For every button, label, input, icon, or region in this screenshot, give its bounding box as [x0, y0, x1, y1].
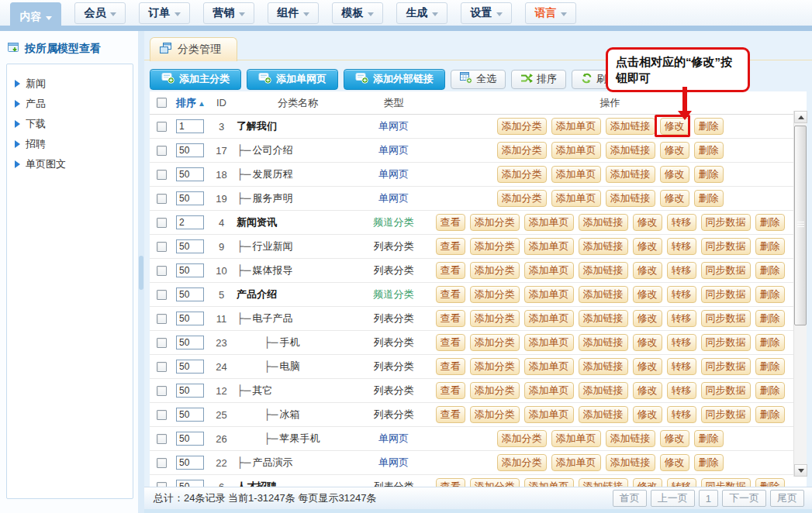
row-action-add-link-button[interactable]: 添加链接 [606, 118, 655, 135]
row-action-add-category-button[interactable]: 添加分类 [470, 286, 520, 303]
row-action-sync-data-button[interactable]: 同步数据 [701, 238, 751, 255]
row-action-add-link-button[interactable]: 添加链接 [579, 310, 628, 327]
row-action-add-link-button[interactable]: 添加链接 [579, 238, 628, 255]
row-action-add-page-button[interactable]: 添加单页 [551, 430, 601, 447]
toolbar-primary-1[interactable]: 添加主分类 [150, 69, 241, 90]
row-action-add-page-button[interactable]: 添加单页 [524, 310, 574, 327]
row-action-edit-button[interactable]: 修改 [660, 166, 689, 183]
row-action-add-page-button[interactable]: 添加单页 [524, 358, 574, 375]
row-action-delete-button[interactable]: 删除 [755, 478, 785, 487]
sidebar-splitter[interactable] [138, 31, 144, 513]
row-action-add-category-button[interactable]: 添加分类 [470, 262, 520, 279]
row-action-add-category-button[interactable]: 添加分类 [470, 214, 520, 231]
row-action-move-button[interactable]: 转移 [667, 214, 696, 231]
row-action-delete-button[interactable]: 删除 [694, 166, 724, 183]
sort-order-input[interactable] [176, 408, 204, 422]
row-action-view-button[interactable]: 查看 [436, 478, 465, 487]
sort-order-input[interactable] [176, 336, 204, 349]
row-action-move-button[interactable]: 转移 [667, 238, 696, 255]
row-checkbox[interactable] [157, 122, 167, 132]
row-action-delete-button[interactable]: 删除 [755, 238, 785, 255]
row-action-add-category-button[interactable]: 添加分类 [470, 238, 520, 255]
row-action-add-category-button[interactable]: 添加分类 [497, 142, 547, 159]
vertical-scrollbar[interactable] [793, 111, 807, 477]
row-action-delete-button[interactable]: 删除 [755, 382, 785, 399]
row-action-edit-button[interactable]: 修改 [633, 358, 662, 375]
toolbar-select-all-button[interactable]: 全选 [451, 70, 506, 89]
row-action-edit-button[interactable]: 修改 [660, 454, 689, 471]
row-action-delete-button[interactable]: 删除 [694, 118, 724, 135]
row-action-edit-button[interactable]: 修改 [633, 406, 662, 423]
row-checkbox[interactable] [157, 434, 167, 444]
row-action-add-link-button[interactable]: 添加链接 [579, 382, 628, 399]
row-action-delete-button[interactable]: 删除 [694, 454, 724, 471]
row-checkbox[interactable] [157, 146, 167, 156]
row-action-edit-button[interactable]: 修改 [633, 478, 662, 487]
sort-order-input[interactable] [176, 480, 204, 487]
row-action-add-page-button[interactable]: 添加单页 [551, 454, 601, 471]
row-action-delete-button[interactable]: 删除 [755, 334, 785, 351]
toolbar-primary-2[interactable]: 添加单网页 [247, 69, 338, 90]
row-action-sync-data-button[interactable]: 同步数据 [701, 382, 751, 399]
row-action-add-link-button[interactable]: 添加链接 [579, 478, 628, 487]
row-action-add-link-button[interactable]: 添加链接 [606, 166, 655, 183]
toolbar-sort-button[interactable]: 排序 [511, 70, 566, 89]
row-action-add-link-button[interactable]: 添加链接 [579, 214, 628, 231]
row-action-delete-button[interactable]: 删除 [755, 358, 785, 375]
row-action-view-button[interactable]: 查看 [436, 310, 465, 327]
sort-order-input[interactable] [176, 360, 204, 374]
row-checkbox[interactable] [157, 242, 167, 252]
row-action-add-link-button[interactable]: 添加链接 [606, 190, 655, 207]
sort-order-input[interactable] [176, 143, 204, 157]
row-action-edit-button[interactable]: 修改 [633, 214, 662, 231]
row-action-delete-button[interactable]: 删除 [694, 430, 724, 447]
sort-order-input[interactable] [176, 312, 204, 325]
sort-order-input[interactable] [176, 239, 204, 253]
row-checkbox[interactable] [157, 290, 167, 300]
row-action-move-button[interactable]: 转移 [667, 262, 696, 279]
row-action-delete-button[interactable]: 删除 [755, 310, 785, 327]
row-action-sync-data-button[interactable]: 同步数据 [701, 214, 751, 231]
row-action-edit-button[interactable]: 修改 [660, 430, 689, 447]
nav-item-9[interactable]: 语言 [525, 2, 576, 24]
row-checkbox[interactable] [157, 410, 167, 420]
nav-item-4[interactable]: 营销 [203, 2, 254, 24]
row-action-add-page-button[interactable]: 添加单页 [524, 238, 574, 255]
row-action-add-category-button[interactable]: 添加分类 [497, 118, 547, 135]
row-action-sync-data-button[interactable]: 同步数据 [701, 358, 751, 375]
row-checkbox[interactable] [157, 266, 167, 276]
row-action-add-page-button[interactable]: 添加单页 [524, 478, 574, 487]
row-action-add-category-button[interactable]: 添加分类 [497, 190, 547, 207]
row-action-add-link-button[interactable]: 添加链接 [606, 430, 655, 447]
row-action-view-button[interactable]: 查看 [436, 334, 465, 351]
row-action-add-page-button[interactable]: 添加单页 [524, 286, 574, 303]
scroll-down-button[interactable] [794, 464, 807, 477]
row-action-add-page-button[interactable]: 添加单页 [524, 214, 574, 231]
row-action-add-link-button[interactable]: 添加链接 [579, 358, 628, 375]
row-action-add-category-button[interactable]: 添加分类 [470, 310, 520, 327]
row-action-add-page-button[interactable]: 添加单页 [524, 382, 574, 399]
row-checkbox[interactable] [157, 314, 167, 324]
row-action-move-button[interactable]: 转移 [667, 406, 696, 423]
last-page-button[interactable]: 尾页 [770, 490, 804, 507]
row-action-view-button[interactable]: 查看 [436, 286, 465, 303]
row-action-edit-button[interactable]: 修改 [660, 142, 689, 159]
row-action-delete-button[interactable]: 删除 [694, 142, 724, 159]
row-action-sync-data-button[interactable]: 同步数据 [701, 334, 751, 351]
row-action-edit-button[interactable]: 修改 [633, 334, 662, 351]
row-action-move-button[interactable]: 转移 [667, 310, 696, 327]
row-action-delete-button[interactable]: 删除 [755, 406, 785, 423]
row-action-add-link-button[interactable]: 添加链接 [579, 262, 628, 279]
header-sort[interactable]: 排序▲ [173, 96, 208, 110]
sort-order-input[interactable] [176, 191, 204, 205]
row-action-edit-button[interactable]: 修改 [633, 238, 662, 255]
row-action-move-button[interactable]: 转移 [667, 358, 696, 375]
row-action-add-page-button[interactable]: 添加单页 [551, 166, 601, 183]
row-action-view-button[interactable]: 查看 [436, 406, 465, 423]
sort-order-input[interactable] [176, 167, 204, 181]
row-action-add-link-button[interactable]: 添加链接 [579, 286, 628, 303]
sidebar-item-1[interactable]: 新闻 [15, 74, 133, 94]
row-checkbox[interactable] [157, 362, 167, 372]
row-action-view-button[interactable]: 查看 [436, 214, 465, 231]
nav-item-8[interactable]: 设置 [461, 2, 512, 24]
